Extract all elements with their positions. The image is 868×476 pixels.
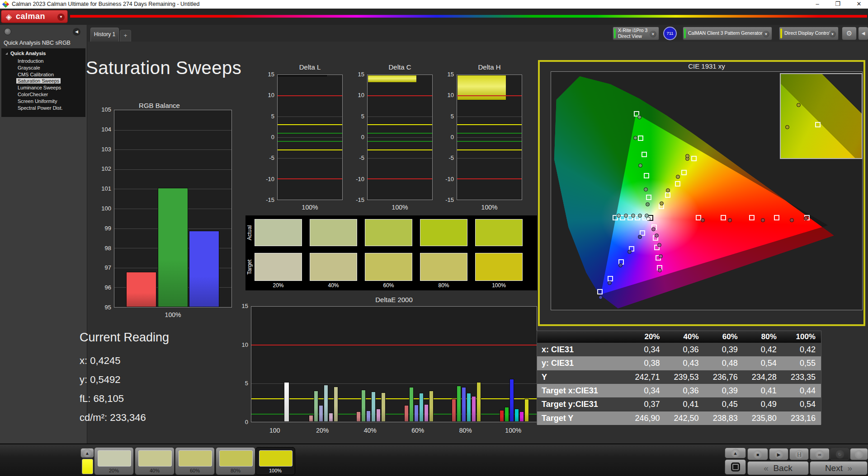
back-button[interactable]: « Back — [747, 461, 809, 475]
delta-bar — [457, 75, 506, 100]
chevron-down-icon[interactable]: ▼ — [650, 31, 656, 37]
cie-measured-blue — [627, 250, 632, 254]
display-control-dropdown[interactable]: Direct Display Control ▼ — [779, 27, 839, 40]
sync-icon: ↻ — [835, 450, 844, 458]
current-reading-value: fL: 68,105 — [80, 393, 124, 405]
panel-collapse-button[interactable]: ◀ — [858, 27, 868, 40]
close-button[interactable]: ✕ — [852, 0, 866, 9]
chevron-down-icon[interactable]: ▼ — [829, 31, 836, 37]
deltae-bar — [414, 405, 419, 422]
sidebar-item-colorchecker[interactable]: ColorChecker — [16, 92, 49, 97]
deltae-bar — [314, 391, 318, 422]
delta-chart-title: Delta H — [443, 63, 536, 71]
current-color-swatch[interactable] — [82, 459, 93, 474]
deltae-bar — [409, 387, 414, 422]
deltae-bar — [429, 391, 434, 422]
settings-gear-button[interactable]: ⚙ — [842, 27, 857, 40]
table-row: x: CIE310,340,360,390,420,42 — [537, 343, 821, 356]
meter-count-badge[interactable]: 711 — [663, 27, 677, 40]
chevron-down-icon[interactable]: ▼ — [763, 31, 769, 37]
play-button[interactable]: ▶ — [769, 448, 788, 460]
cie-target-green — [638, 135, 643, 141]
rgb-bar-green — [158, 188, 188, 307]
table-cell: 242,50 — [665, 411, 704, 425]
tree-expander-icon[interactable] — [5, 52, 8, 55]
meter-dropdown[interactable]: X-Rite i1Pro 3Direct View ▼ — [613, 27, 659, 40]
pattern-swatch-button-20%[interactable]: 20% — [94, 447, 134, 475]
tree-root-label[interactable]: Quick Analysis — [10, 51, 46, 56]
table-cell: 0,54 — [743, 356, 782, 370]
record-button[interactable] — [850, 448, 868, 460]
cie-measured-green — [646, 202, 650, 206]
sync-button[interactable]: ↻ — [830, 448, 849, 460]
cie-measured-magenta — [655, 233, 659, 238]
next-button[interactable]: Next » — [810, 461, 868, 475]
pattern-swatch-button-40%[interactable]: 40% — [135, 447, 175, 475]
table-cell: 238,83 — [704, 411, 743, 425]
rgb-bar-red — [126, 272, 156, 307]
stop-measure-button[interactable] — [725, 459, 746, 475]
current-reading-value: x: 0,4245 — [80, 355, 121, 367]
loop-button[interactable]: [··] — [789, 448, 809, 460]
deltae-category-label: 20% — [299, 427, 347, 434]
cie-measured-cyan — [645, 214, 649, 218]
cie-target-green — [642, 152, 647, 157]
add-tab-button[interactable]: + — [120, 30, 131, 42]
sidebar-item-introduction[interactable]: Introduction — [16, 58, 45, 64]
sidebar-collapse-button[interactable]: ◀ — [73, 28, 80, 36]
pattern-swatch-chip — [259, 450, 292, 467]
table-cell: 0,41 — [743, 384, 782, 397]
sidebar-item-screen-uniformity[interactable]: Screen Uniformity — [16, 98, 58, 104]
pattern-swatch-label: 60% — [175, 468, 214, 473]
table-cell: 234,28 — [743, 370, 782, 384]
swatch-row-label: Actual — [246, 219, 255, 246]
workflow-radio-icon[interactable] — [4, 28, 11, 35]
sidebar-item-spectral-power-dist-[interactable]: Spectral Power Dist. — [16, 105, 64, 111]
pattern-swatch-button-60%[interactable]: 60% — [175, 447, 215, 475]
swatch-col-label: 40% — [310, 282, 357, 289]
infinity-button[interactable]: ∞ — [810, 448, 830, 460]
pattern-generator-dropdown[interactable]: CalMAN Client 3 Pattern Generator ▼ — [683, 27, 772, 40]
chevron-down-icon[interactable]: ▼ — [57, 14, 65, 21]
pattern-swatch-label: 40% — [135, 468, 174, 473]
pattern-swatch-label: 20% — [94, 468, 133, 473]
minimize-button[interactable]: – — [811, 0, 824, 9]
table-row-label: Target Y — [537, 411, 626, 425]
delta-chart-title: Delta C — [354, 63, 446, 71]
pattern-swatch-chip — [138, 450, 172, 467]
cie-measured-blue — [618, 263, 623, 267]
calman-logo-button[interactable]: ◈ calman ▼ — [1, 10, 68, 23]
sidebar-item-grayscale[interactable]: Grayscale — [16, 65, 42, 70]
table-cell: 233,16 — [782, 411, 821, 425]
stop-button[interactable]: ■ — [747, 448, 768, 460]
restore-button[interactable]: ❐ — [831, 0, 844, 9]
sidebar-item-saturation-sweeps[interactable]: Saturation Sweeps — [16, 78, 61, 84]
deltae-category-label: 80% — [442, 427, 490, 434]
cie-measured-magenta — [657, 243, 661, 247]
swatch-panel-expand-button[interactable]: ▲ — [80, 448, 94, 458]
actual-swatch-40% — [310, 219, 357, 246]
pattern-swatch-button-100%[interactable]: 100% — [255, 447, 295, 475]
deltae-bar — [334, 387, 338, 422]
pattern-swatch-button-80%[interactable]: 80% — [216, 447, 255, 475]
deltae-bar — [509, 379, 514, 422]
table-cell: 239,53 — [665, 370, 704, 384]
tab-history-1[interactable]: History 1 — [90, 28, 119, 42]
display-status-strip — [780, 28, 782, 38]
table-row-label: y: CIE31 — [537, 356, 626, 370]
target-swatch-60% — [365, 253, 412, 281]
sidebar-item-luminance-sweeps[interactable]: Luminance Sweeps — [16, 85, 62, 90]
deltae-category-label: 100% — [490, 427, 538, 434]
sidebar-item-cms-calibration[interactable]: CMS Calibration — [16, 72, 55, 77]
cie-measured-green — [644, 187, 648, 191]
delta-h-chart — [457, 75, 522, 200]
cie-zoom-inset — [780, 73, 863, 159]
deltae-bar — [524, 399, 529, 422]
pattern-swatch-chip — [98, 450, 131, 467]
current-reading-value: cd/m²: 233,346 — [80, 412, 146, 424]
cie-target-green — [646, 195, 651, 200]
transport-panel-expand-button[interactable]: ▲ — [725, 448, 746, 458]
table-row-label: x: CIE31 — [537, 343, 626, 356]
target-swatch-40% — [310, 253, 357, 281]
deltae-bar — [329, 413, 333, 422]
